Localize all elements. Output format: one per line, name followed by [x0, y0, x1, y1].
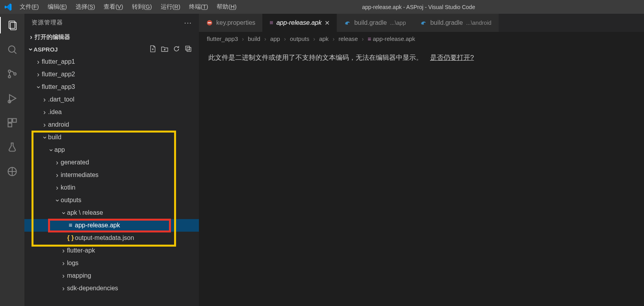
editor-tab[interactable]: ≡app-release.apk✕ — [262, 14, 337, 32]
tree-label: generated — [61, 159, 89, 166]
chevron-icon — [41, 96, 48, 104]
breadcrumb-item[interactable]: outputs — [290, 35, 309, 42]
menu-s[interactable]: 选择(S) — [72, 2, 99, 12]
tab-label: build.gradle — [430, 19, 463, 26]
tab-label: build.gradle — [354, 19, 387, 26]
tree-folder[interactable]: mapping — [24, 269, 199, 282]
tree-folder[interactable]: intermediates — [24, 169, 199, 181]
tree-folder[interactable]: flutter_app3 — [24, 81, 199, 93]
file-icon: { } — [66, 234, 75, 241]
tree-label: outputs — [61, 197, 81, 204]
breadcrumb-separator-icon: › — [283, 35, 287, 42]
tree-folder[interactable]: .dart_tool — [24, 93, 199, 106]
chevron-icon — [60, 272, 67, 280]
tab-icon — [344, 19, 351, 26]
tree-file[interactable]: { }output-metadata.json — [24, 232, 199, 244]
tree-label: .idea — [48, 109, 62, 116]
tree-folder[interactable]: .idea — [24, 106, 199, 118]
tree-folder[interactable]: flutter_app2 — [24, 68, 199, 81]
editor-area: key.properties≡app-release.apk✕build.gra… — [199, 14, 644, 306]
chevron-icon — [60, 208, 67, 217]
tree-label: intermediates — [61, 171, 98, 179]
editor-tab[interactable]: build.gradle...\android — [413, 14, 498, 32]
menu-bar: 文件(F)编辑(E)选择(S)查看(V)转到(G)运行(R)终端(T)帮助(H) — [16, 2, 240, 12]
tree-folder[interactable]: sdk-dependencies — [24, 282, 199, 295]
breadcrumb-item[interactable]: release — [338, 35, 358, 42]
chevron-icon — [60, 284, 67, 293]
tree-folder[interactable]: android — [24, 118, 199, 131]
tree-folder[interactable]: logs — [24, 257, 199, 269]
svg-rect-11 — [8, 123, 12, 127]
refresh-icon[interactable] — [173, 45, 180, 53]
new-file-icon[interactable] — [149, 45, 156, 53]
project-name: ASPROJ — [33, 46, 58, 53]
tree-label: android — [48, 121, 69, 128]
svg-rect-16 — [208, 22, 212, 23]
activity-testing-icon[interactable] — [0, 139, 24, 155]
svg-rect-10 — [13, 119, 16, 122]
file-tree: flutter_app1flutter_app2flutter_app3.dar… — [24, 55, 199, 306]
breadcrumb-separator-icon: › — [241, 35, 245, 42]
chevron-icon — [41, 133, 48, 142]
tree-folder[interactable]: app — [24, 144, 199, 156]
menu-f[interactable]: 文件(F) — [16, 2, 43, 12]
menu-r[interactable]: 运行(R) — [157, 2, 184, 12]
activity-extensions-icon[interactable] — [0, 114, 24, 131]
breadcrumb-file[interactable]: ≡ app-release.apk — [368, 35, 416, 42]
tree-folder[interactable]: flutter_app1 — [24, 55, 199, 68]
sidebar-more-icon[interactable]: ··· — [184, 18, 192, 27]
collapse-all-icon[interactable] — [185, 45, 192, 53]
activity-remote-icon[interactable] — [0, 163, 24, 180]
vscode-logo-icon — [3, 3, 13, 11]
chevron-icon — [54, 184, 61, 192]
menu-g[interactable]: 转到(G) — [128, 2, 156, 12]
menu-t[interactable]: 终端(T) — [185, 2, 212, 12]
tab-icon — [206, 19, 213, 26]
window-title: app-release.apk - ASProj - Visual Studio… — [240, 4, 644, 10]
tree-label: apk \ release — [67, 209, 103, 216]
tree-folder[interactable]: build — [24, 131, 199, 144]
breadcrumb-item[interactable]: app — [270, 35, 280, 42]
menu-e[interactable]: 编辑(E) — [44, 2, 71, 12]
breadcrumb-item[interactable]: apk — [319, 35, 328, 42]
svg-line-3 — [14, 52, 17, 54]
editor-tab[interactable]: build.gradle...\app — [337, 14, 413, 32]
open-anyway-link[interactable]: 是否仍要打开? — [430, 54, 474, 61]
breadcrumb-item[interactable]: build — [248, 35, 260, 42]
breadcrumb-item[interactable]: flutter_app3 — [207, 35, 238, 42]
open-editors-section[interactable]: 打开的编辑器 — [24, 31, 199, 43]
menu-v[interactable]: 查看(V) — [100, 2, 127, 12]
tree-folder[interactable]: generated — [24, 156, 199, 169]
chevron-icon — [60, 247, 67, 255]
binary-file-message: 此文件是二进制文件或使用了不支持的文本编码，无法在编辑器中显示。 — [208, 54, 423, 61]
editor-tab[interactable]: key.properties — [199, 14, 262, 32]
chevron-icon — [47, 146, 54, 154]
project-section-header[interactable]: ASPROJ — [24, 43, 199, 55]
tree-folder[interactable]: outputs — [24, 194, 199, 206]
tab-icon: ≡ — [269, 19, 273, 26]
svg-point-5 — [8, 76, 11, 78]
breadcrumb-separator-icon: › — [312, 35, 316, 42]
activity-search-icon[interactable] — [0, 41, 24, 58]
tree-label: logs — [67, 260, 78, 267]
new-folder-icon[interactable] — [161, 45, 168, 53]
chevron-down-icon — [28, 45, 33, 53]
tree-folder[interactable]: apk \ release — [24, 206, 199, 219]
tree-label: output-metadata.json — [75, 234, 134, 241]
explorer-sidebar: 资源管理器 ··· 打开的编辑器 ASPROJ flutter_app1flut… — [24, 14, 199, 306]
activity-scm-icon[interactable] — [0, 66, 24, 82]
activity-explorer-icon[interactable] — [0, 17, 24, 33]
tab-icon — [420, 19, 427, 26]
breadcrumbs[interactable]: flutter_app3›build›app›outputs›apk›relea… — [199, 32, 644, 45]
tree-folder[interactable]: flutter-apk — [24, 244, 199, 257]
menu-h[interactable]: 帮助(H) — [213, 2, 240, 12]
chevron-icon — [54, 196, 61, 205]
sidebar-title: 资源管理器 — [32, 19, 63, 26]
breadcrumb-separator-icon: › — [332, 35, 335, 42]
tree-file[interactable]: ≡app-release.apk — [24, 219, 199, 232]
tree-folder[interactable]: kotlin — [24, 181, 199, 194]
tree-label: .dart_tool — [48, 96, 74, 103]
activity-debug-icon[interactable] — [0, 90, 24, 107]
svg-rect-9 — [8, 119, 12, 122]
tab-close-icon[interactable]: ✕ — [325, 19, 330, 27]
